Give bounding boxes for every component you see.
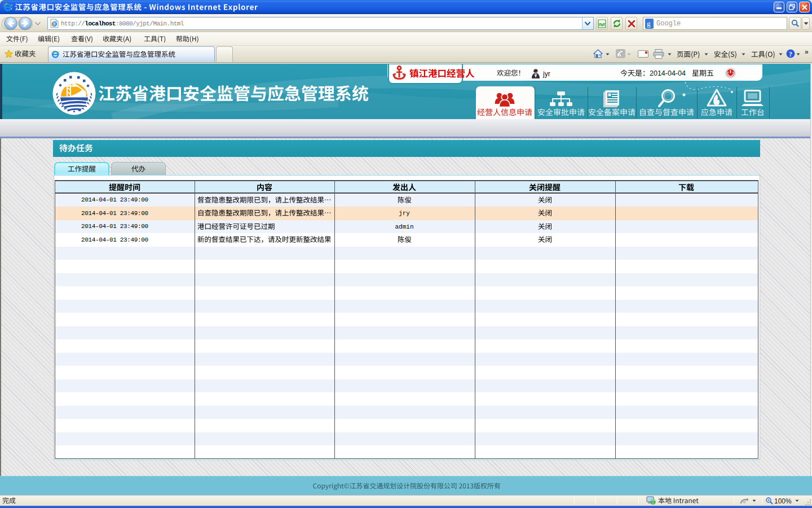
svg-text:?: ? <box>789 50 792 58</box>
